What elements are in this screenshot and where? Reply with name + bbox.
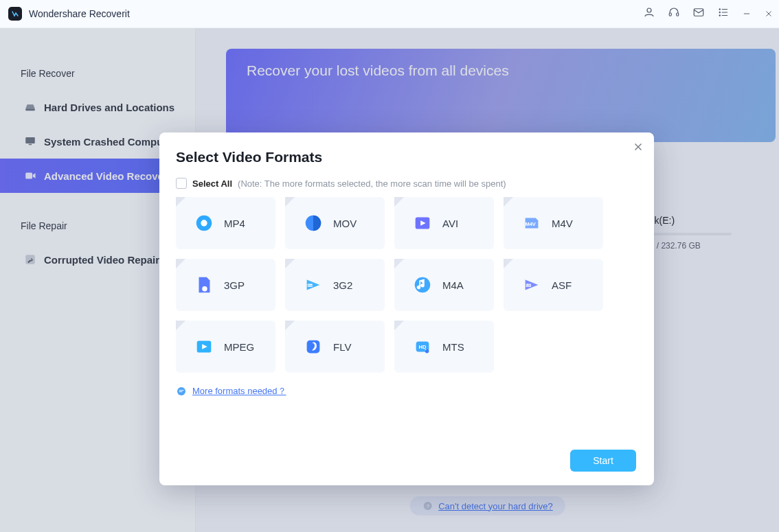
format-label: M4V xyxy=(552,218,573,229)
modal-title: Select Video Formats xyxy=(176,149,637,165)
titlebar: Wondershare Recoverit xyxy=(0,0,779,28)
comment-icon xyxy=(176,386,187,397)
format-card-3g2[interactable]: 3G23G2 xyxy=(285,259,385,311)
select-all-checkbox[interactable] xyxy=(176,178,187,189)
mp4-icon xyxy=(194,213,214,233)
select-all-note: (Note: The more formats selected, the mo… xyxy=(238,178,506,189)
format-label: ASF xyxy=(552,279,572,291)
format-grid: MP4MOVAVIM4VM4V3GP3G23G2M4AASFASFMPEGFLV… xyxy=(176,197,637,373)
format-label: MP4 xyxy=(224,218,245,229)
select-all-label: Select All xyxy=(192,178,232,189)
svg-point-5 xyxy=(719,12,721,13)
mov-icon xyxy=(303,213,324,233)
format-card-3gp[interactable]: 3GP xyxy=(176,259,275,311)
svg-text:3G2: 3G2 xyxy=(307,284,313,287)
more-formats-link[interactable]: More formats needed？ xyxy=(192,385,286,397)
format-card-mpeg[interactable]: MPEG xyxy=(176,321,275,373)
svg-point-6 xyxy=(719,15,721,16)
start-button[interactable]: Start xyxy=(570,450,636,472)
avi-icon xyxy=(412,213,433,233)
format-label: MOV xyxy=(333,218,357,229)
3gp-icon xyxy=(194,275,214,295)
m4v-icon: M4V xyxy=(521,213,542,233)
svg-text:HD: HD xyxy=(419,344,427,350)
headset-icon[interactable] xyxy=(668,6,680,21)
close-icon[interactable] xyxy=(632,141,644,156)
format-card-mts[interactable]: HDMTS xyxy=(394,321,494,373)
3g2-icon: 3G2 xyxy=(303,275,324,295)
m4a-icon xyxy=(412,275,433,295)
svg-point-4 xyxy=(719,9,721,10)
format-label: FLV xyxy=(333,341,351,353)
format-label: 3GP xyxy=(224,279,245,291)
svg-rect-26 xyxy=(307,340,320,354)
body: File Recover Hard Drives and Locations S… xyxy=(0,28,779,532)
format-card-mp4[interactable]: MP4 xyxy=(176,197,275,249)
more-formats-row[interactable]: More formats needed？ xyxy=(176,385,637,397)
select-formats-modal: Select Video Formats Select All (Note: T… xyxy=(159,132,654,485)
list-icon[interactable] xyxy=(717,6,730,21)
svg-point-15 xyxy=(201,220,207,226)
format-card-m4a[interactable]: M4A xyxy=(394,259,494,311)
mts-icon: HD xyxy=(412,336,433,357)
svg-rect-3 xyxy=(694,9,703,16)
format-label: AVI xyxy=(442,218,458,229)
format-label: MPEG xyxy=(224,341,254,353)
app-window: Wondershare Recoverit File Recover Hard … xyxy=(0,0,779,532)
format-label: M4A xyxy=(442,279,464,291)
app-logo xyxy=(8,7,22,21)
select-all-row[interactable]: Select All (Note: The more formats selec… xyxy=(176,178,637,189)
svg-point-19 xyxy=(202,286,207,292)
app-title: Wondershare Recoverit xyxy=(29,8,130,19)
mail-icon[interactable] xyxy=(692,6,705,21)
format-label: MTS xyxy=(442,341,464,353)
titlebar-icons xyxy=(643,6,774,21)
asf-icon: ASF xyxy=(521,275,542,295)
user-icon[interactable] xyxy=(643,6,655,21)
mpeg-icon xyxy=(194,336,214,357)
format-label: 3G2 xyxy=(333,279,352,291)
svg-text:ASF: ASF xyxy=(526,284,532,287)
svg-rect-1 xyxy=(669,13,671,16)
format-card-avi[interactable]: AVI xyxy=(394,197,494,249)
format-card-asf[interactable]: ASFASF xyxy=(504,259,603,311)
minimize-icon[interactable] xyxy=(742,9,752,19)
svg-rect-2 xyxy=(677,13,679,16)
format-card-m4v[interactable]: M4VM4V xyxy=(504,197,603,249)
close-icon[interactable] xyxy=(764,9,774,19)
flv-icon xyxy=(303,336,324,357)
svg-text:M4V: M4V xyxy=(525,221,535,227)
svg-point-0 xyxy=(647,8,651,12)
format-card-flv[interactable]: FLV xyxy=(285,321,385,373)
format-card-mov[interactable]: MOV xyxy=(285,197,385,249)
